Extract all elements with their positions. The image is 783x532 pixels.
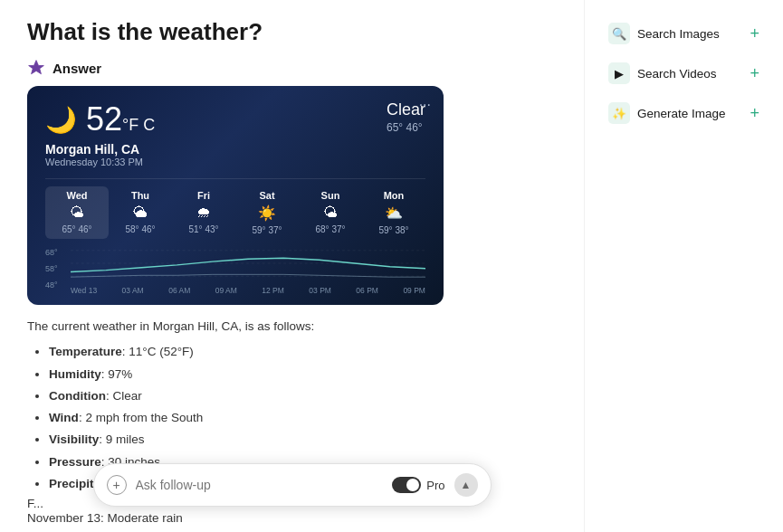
list-item: Wind: 2 mph from the South bbox=[49, 409, 557, 427]
pro-toggle: Pro bbox=[392, 477, 444, 493]
search-images-label: Search Images bbox=[637, 27, 720, 41]
weather-top: 🌙 52°F C Clear 65° 46° bbox=[45, 100, 425, 138]
image-search-icon: 🔍 bbox=[612, 27, 626, 41]
send-icon: ▲ bbox=[461, 479, 472, 491]
temp-range: 65° 46° bbox=[387, 121, 425, 134]
search-videos-plus-icon: + bbox=[750, 64, 759, 83]
weather-card: ··· 🌙 52°F C Clear 65° 46° Morgan Hill, … bbox=[27, 86, 444, 305]
list-item: Humidity: 97% bbox=[49, 366, 557, 384]
follow-up-bar: + Pro ▲ bbox=[93, 463, 492, 507]
answer-header: Answer bbox=[27, 59, 557, 77]
chart-area: 68° 58° 48° W bbox=[45, 246, 425, 296]
generate-image-icon-box: ✨ bbox=[608, 102, 630, 124]
sidebar: 🔍 Search Images + ▶ Search Videos + ✨ Ge… bbox=[584, 0, 783, 532]
day-sun: Sun 🌤 68° 37° bbox=[299, 186, 362, 239]
sidebar-item-search-images[interactable]: 🔍 Search Images + bbox=[599, 14, 769, 52]
toggle-knob bbox=[406, 479, 419, 491]
temp-unit: °F C bbox=[122, 116, 155, 134]
weather-left: 🌙 52°F C bbox=[45, 100, 155, 138]
list-item: Condition: Clear bbox=[49, 387, 557, 405]
day-sat: Sat ☀️ 59° 37° bbox=[235, 186, 299, 239]
search-videos-label: Search Videos bbox=[637, 67, 717, 81]
search-images-plus-icon: + bbox=[750, 24, 759, 43]
main-content: What is the weather? Answer ··· 🌙 52°F C… bbox=[0, 0, 584, 532]
pro-label: Pro bbox=[426, 479, 444, 492]
temp-value: 52 bbox=[86, 100, 122, 138]
info-intro: The current weather in Morgan Hill, CA, … bbox=[27, 318, 557, 336]
generate-image-label: Generate Image bbox=[637, 107, 726, 120]
weather-chart bbox=[71, 246, 425, 280]
send-button[interactable]: ▲ bbox=[454, 473, 478, 497]
location-name: Morgan Hill, CA bbox=[45, 142, 425, 157]
location-info: Morgan Hill, CA Wednesday 10:33 PM bbox=[45, 142, 425, 167]
search-videos-icon-box: ▶ bbox=[608, 62, 630, 84]
dots-menu[interactable]: ··· bbox=[419, 97, 431, 113]
day-wed: Wed 🌤 65° 46° bbox=[45, 186, 109, 239]
location-time: Wednesday 10:33 PM bbox=[45, 157, 425, 167]
generate-image-plus-icon: + bbox=[750, 104, 759, 123]
sidebar-item-search-videos[interactable]: ▶ Search Videos + bbox=[599, 54, 769, 92]
list-item: Visibility: 9 miles bbox=[49, 431, 557, 449]
answer-icon bbox=[27, 59, 45, 77]
list-item: Temperature: 11°C (52°F) bbox=[49, 343, 557, 361]
generate-image-icon: ✨ bbox=[612, 107, 626, 120]
page-title: What is the weather? bbox=[27, 18, 557, 46]
day-thu: Thu 🌥 58° 46° bbox=[109, 186, 172, 239]
partial-bottom-text: November 13: Moderate rain bbox=[27, 511, 183, 525]
plus-button[interactable]: + bbox=[107, 475, 127, 495]
pro-switch[interactable] bbox=[392, 477, 421, 493]
sidebar-item-generate-image[interactable]: ✨ Generate Image + bbox=[599, 94, 769, 132]
day-mon: Mon ⛅ 59° 38° bbox=[362, 186, 425, 239]
follow-up-input[interactable] bbox=[136, 478, 384, 492]
day-fri: Fri 🌧 51° 43° bbox=[172, 186, 235, 239]
daily-forecast: Wed 🌤 65° 46° Thu 🌥 58° 46° Fri 🌧 51° 43… bbox=[45, 178, 425, 239]
search-images-icon-box: 🔍 bbox=[608, 23, 630, 44]
answer-label: Answer bbox=[53, 61, 101, 76]
video-search-icon: ▶ bbox=[615, 67, 624, 81]
temperature-display: 52°F C bbox=[86, 100, 155, 138]
moon-icon: 🌙 bbox=[45, 105, 77, 135]
